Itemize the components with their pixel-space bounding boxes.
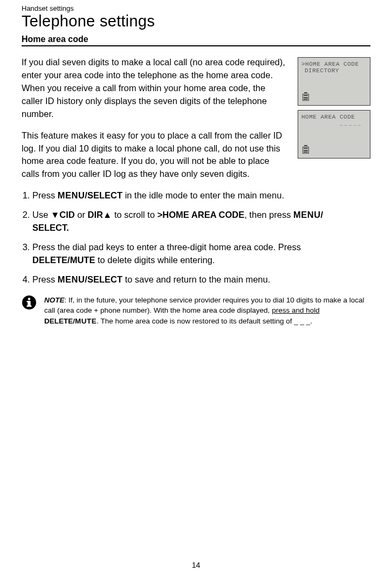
key-delete-mute: DELETE/MUTE	[32, 255, 95, 265]
text: , then press	[244, 210, 293, 219]
lcd-previews: >HOME AREA CODE DIRECTORY HOME AREA CODE…	[298, 57, 370, 159]
key-cid: CID	[59, 210, 74, 219]
step-4: Press MENU/SELECT to save and return to …	[32, 273, 370, 286]
svg-rect-3	[27, 301, 29, 302]
key-menu: MENU	[293, 210, 321, 219]
body-copy: If you dial seven digits to make a local…	[22, 56, 288, 189]
section-heading: Home area code	[22, 35, 88, 44]
key-dir: DIR	[88, 210, 103, 219]
lcd-screen-menu: >HOME AREA CODE DIRECTORY	[298, 57, 370, 106]
key-select: /SELECT	[85, 274, 122, 284]
note-label: NOTE	[44, 296, 65, 304]
key-select: /SELECT	[85, 190, 122, 200]
battery-icon	[302, 145, 309, 154]
text: Press the dial pad keys to enter a three…	[32, 242, 301, 252]
text: to save and return to the main menu.	[122, 274, 270, 284]
text: in the idle mode to enter the main menu.	[122, 190, 284, 200]
lcd-screen-entry: HOME AREA CODE _____	[298, 110, 370, 159]
text: Press	[32, 190, 58, 200]
note-text: NOTE: If, in the future, your telephone …	[44, 295, 370, 327]
svg-point-1	[28, 298, 30, 300]
page-title: Telephone settings	[22, 12, 370, 30]
key-select: SELECT.	[32, 223, 69, 232]
paragraph-1: If you dial seven digits to make a local…	[22, 56, 288, 121]
battery-icon	[302, 92, 309, 101]
key-delete: DELETE/	[44, 317, 75, 325]
steps-list: Press MENU/SELECT in the idle mode to en…	[22, 189, 370, 286]
step-2: Use ▼CID or DIR▲ to scroll to >HOME AREA…	[32, 209, 370, 235]
svg-rect-4	[27, 305, 32, 307]
text: . The home area code is now restored to …	[97, 317, 312, 325]
slash: /	[321, 210, 324, 219]
note-block: NOTE: If, in the future, your telephone …	[22, 295, 370, 327]
underlined-text: press and hold	[272, 306, 320, 314]
text: to scroll to	[112, 210, 157, 219]
key-menu: MENU	[58, 190, 85, 200]
text: or	[75, 210, 88, 219]
text: to delete digits while entering.	[95, 255, 215, 265]
up-arrow-icon: ▲	[103, 210, 112, 219]
down-arrow-icon: ▼	[51, 210, 59, 219]
text: Press	[32, 274, 58, 284]
paragraph-2: This feature makes it easy for you to pl…	[22, 129, 288, 181]
step-3: Press the dial pad keys to enter a three…	[32, 241, 370, 267]
text: Use	[32, 210, 51, 219]
menu-target: >HOME AREA CODE	[157, 210, 245, 219]
key-mute: MUTE	[75, 317, 97, 325]
lcd-entry-line: _____	[301, 121, 367, 127]
info-icon	[22, 295, 37, 310]
lcd-line-1: >HOME AREA CODE	[301, 61, 367, 67]
lcd-line-1: HOME AREA CODE	[301, 114, 367, 120]
page-number: 14	[0, 561, 392, 569]
step-1: Press MENU/SELECT in the idle mode to en…	[32, 189, 370, 202]
key-menu: MENU	[58, 274, 85, 284]
breadcrumb: Handset settings	[22, 4, 370, 12]
lcd-line-2: DIRECTORY	[301, 67, 367, 74]
